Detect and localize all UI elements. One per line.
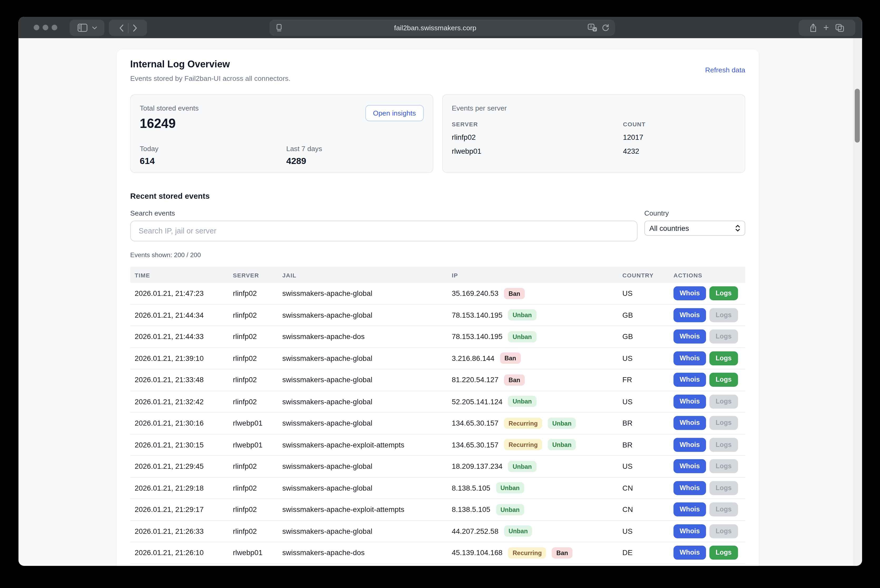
nav-buttons — [109, 20, 147, 36]
server-row: rlwebp014232 — [452, 147, 736, 156]
event-ip: 3.216.86.144 — [452, 354, 495, 362]
event-jail: swissmakers-apache-global — [278, 354, 447, 362]
search-input[interactable] — [130, 220, 638, 242]
browser-titlebar: fail2ban.swissmakers.corp A — [18, 17, 862, 38]
logs-button[interactable]: Logs — [709, 373, 738, 387]
event-server: rlinfp02 — [228, 332, 278, 341]
whois-button[interactable]: Whois — [673, 459, 706, 473]
whois-button[interactable]: Whois — [673, 373, 706, 387]
logs-button[interactable]: Logs — [709, 394, 738, 408]
reader-icon[interactable] — [275, 24, 283, 32]
whois-button[interactable]: Whois — [673, 546, 706, 560]
new-tab-icon[interactable]: + — [823, 23, 829, 32]
table-row: 2026.01.21, 21:29:18rlinfp02swissmakers-… — [130, 477, 745, 499]
whois-button[interactable]: Whois — [673, 351, 706, 365]
sidebar-toggle-button[interactable] — [69, 20, 104, 36]
event-jail: swissmakers-apache-exploit-attempts — [278, 506, 447, 514]
event-server: rlwebp01 — [228, 441, 278, 449]
event-country: CN — [618, 484, 669, 492]
logs-button[interactable]: Logs — [709, 286, 738, 300]
tab-overview-icon[interactable] — [835, 24, 844, 32]
event-ip: 52.205.141.124 — [452, 397, 503, 406]
logs-button[interactable]: Logs — [709, 308, 738, 322]
refresh-data-link[interactable]: Refresh data — [705, 66, 745, 74]
event-server: rlinfp02 — [228, 527, 278, 536]
server-count: 12017 — [623, 133, 643, 141]
event-country: US — [618, 354, 669, 362]
table-row: 2026.01.21, 21:44:34rlinfp02swissmakers-… — [130, 304, 745, 326]
logs-button[interactable]: Logs — [709, 416, 738, 430]
whois-button[interactable]: Whois — [673, 416, 706, 430]
window-controls[interactable] — [34, 25, 57, 30]
event-actions: WhoisLogs — [669, 546, 745, 560]
status-badge-recurring: Recurring — [504, 439, 542, 450]
event-time: 2026.01.21, 21:47:23 — [130, 289, 228, 298]
server-name: rlinfp02 — [452, 133, 623, 141]
whois-button[interactable]: Whois — [673, 330, 706, 344]
column-header-actions: ACTIONS — [669, 272, 745, 278]
minimize-window-button[interactable] — [43, 25, 48, 30]
status-badge-ban: Ban — [552, 547, 573, 558]
address-bar[interactable]: fail2ban.swissmakers.corp A — [270, 20, 615, 36]
table-row: 2026.01.21, 21:26:33rlinfp02swissmakers-… — [130, 520, 745, 542]
logs-button[interactable]: Logs — [709, 546, 738, 560]
country-select[interactable]: All countries — [644, 220, 745, 236]
event-country: BR — [618, 419, 669, 427]
event-ip: 134.65.30.157 — [452, 441, 498, 449]
whois-button[interactable]: Whois — [673, 308, 706, 322]
back-icon[interactable] — [119, 24, 124, 32]
logs-button[interactable]: Logs — [709, 481, 738, 495]
whois-button[interactable]: Whois — [673, 481, 706, 495]
event-time: 2026.01.21, 21:26:10 — [130, 549, 228, 557]
status-badge-ban: Ban — [504, 374, 525, 386]
share-icon[interactable] — [809, 23, 817, 32]
event-country: US — [618, 462, 669, 471]
event-ip-cell: 35.169.240.53Ban — [447, 288, 618, 299]
status-badge-ban: Ban — [504, 288, 525, 299]
event-country: US — [618, 289, 669, 298]
logs-button[interactable]: Logs — [709, 438, 738, 452]
forward-icon[interactable] — [132, 24, 137, 32]
open-insights-button[interactable]: Open insights — [365, 105, 424, 122]
status-badge-unban: Unban — [508, 460, 536, 472]
event-server: rlinfp02 — [228, 397, 278, 406]
event-country: BR — [618, 441, 669, 449]
event-time: 2026.01.21, 21:39:10 — [130, 354, 228, 362]
logs-button[interactable]: Logs — [709, 351, 738, 365]
logs-button[interactable]: Logs — [709, 459, 738, 473]
event-time: 2026.01.21, 21:33:48 — [130, 376, 228, 384]
logs-button[interactable]: Logs — [709, 524, 738, 538]
zoom-window-button[interactable] — [52, 25, 57, 30]
event-time: 2026.01.21, 21:32:42 — [130, 397, 228, 406]
page-viewport: Internal Log Overview Events stored by F… — [18, 38, 862, 566]
whois-button[interactable]: Whois — [673, 502, 706, 516]
whois-button[interactable]: Whois — [673, 286, 706, 300]
reload-icon[interactable] — [601, 24, 609, 32]
whois-button[interactable]: Whois — [673, 524, 706, 538]
event-server: rlinfp02 — [228, 289, 278, 298]
event-ip: 78.153.140.195 — [452, 311, 503, 319]
table-row: 2026.01.21, 21:33:48rlinfp02swissmakers-… — [130, 369, 745, 391]
whois-button[interactable]: Whois — [673, 394, 706, 408]
whois-button[interactable]: Whois — [673, 438, 706, 452]
table-row: 2026.01.21, 21:39:10rlinfp02swissmakers-… — [130, 348, 745, 369]
event-country: US — [618, 397, 669, 406]
scrollbar-track[interactable] — [853, 38, 862, 566]
event-time: 2026.01.21, 21:29:17 — [130, 506, 228, 514]
status-badge-unban: Unban — [504, 526, 532, 537]
status-badge-unban: Unban — [548, 417, 576, 429]
desktop: fail2ban.swissmakers.corp A — [0, 0, 880, 588]
close-window-button[interactable] — [34, 25, 39, 30]
server-row: rlinfp0212017 — [452, 133, 736, 141]
event-jail: swissmakers-apache-exploit-attempts — [278, 441, 447, 449]
event-actions: WhoisLogs — [669, 373, 745, 387]
logs-button[interactable]: Logs — [709, 502, 738, 516]
status-badge-unban: Unban — [508, 396, 536, 407]
event-time: 2026.01.21, 21:44:33 — [130, 332, 228, 341]
event-actions: WhoisLogs — [669, 330, 745, 344]
scrollbar-thumb[interactable] — [855, 89, 860, 142]
table-row: 2026.01.21, 21:26:10rlwebp01swissmakers-… — [130, 542, 745, 564]
translate-icon[interactable]: A — [588, 24, 598, 32]
logs-button[interactable]: Logs — [709, 330, 738, 344]
event-ip: 35.169.240.53 — [452, 289, 498, 298]
